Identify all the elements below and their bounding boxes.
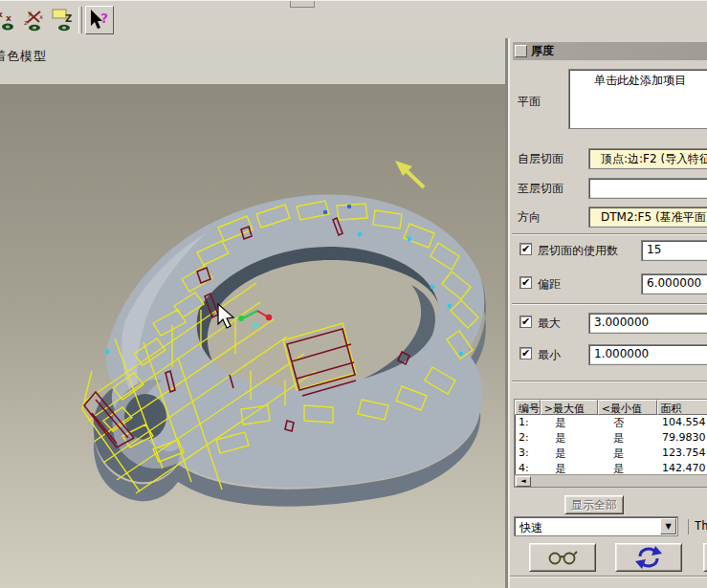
- to-slice-label: 至层切面: [518, 181, 563, 197]
- from-slice-label: 自层切面: [518, 151, 563, 167]
- dialog-titlebar[interactable]: 厚度: [513, 42, 707, 60]
- svg-text:z: z: [24, 19, 28, 27]
- preview-button[interactable]: [529, 543, 596, 572]
- show-all-button[interactable]: 显示全部: [564, 495, 624, 514]
- app-window: x x y x z Z: [0, 0, 707, 588]
- toolbar-grip[interactable]: [78, 7, 82, 33]
- divider: [512, 233, 707, 235]
- svg-text:x: x: [39, 13, 43, 21]
- plane-label: 平面: [518, 94, 541, 110]
- divider: [512, 381, 707, 382]
- table-horizontal-scrollbar[interactable]: ◄: [515, 474, 707, 487]
- plane-listbox[interactable]: 单击此处添加项目: [568, 69, 707, 129]
- chevron-down-icon[interactable]: ▼: [660, 518, 676, 534]
- repaint-button[interactable]: [615, 543, 682, 572]
- model-scene: [0, 84, 508, 588]
- offset-checkbox[interactable]: ✔: [519, 276, 532, 289]
- dialog-icon: [515, 45, 527, 57]
- table-row[interactable]: 3: 是 是 123.754: [515, 446, 707, 461]
- thickness-dialog: 厚度 平面 单击此处添加项目 自层切面 顶点:边:F2 (导入特征 至层切面 方…: [508, 38, 707, 588]
- toolbar: x x y x z Z: [0, 0, 707, 38]
- results-table[interactable]: 编号 >最大值 <最小值 面积 1: 是 否 104.554 2: 是 是 79…: [514, 399, 707, 488]
- direction-arrow: [395, 161, 424, 187]
- svg-text:?: ?: [100, 11, 108, 26]
- speed-dropdown[interactable]: 快速 ▼: [514, 516, 678, 536]
- datum-points-display-button[interactable]: x x: [0, 6, 21, 34]
- offset-field[interactable]: 6.000000: [641, 273, 707, 294]
- from-slice-field[interactable]: 顶点:边:F2 (导入特征: [588, 148, 707, 169]
- window-fragment: [290, 1, 315, 8]
- offset-label: 偏距: [538, 276, 561, 293]
- datum-csys-icon: y x z: [22, 8, 47, 33]
- dialog-bottom-edge: [510, 576, 707, 577]
- graphics-viewport[interactable]: [0, 84, 508, 588]
- speed-dropdown-value: 快速: [519, 520, 542, 536]
- thickness-partial-label: Thi: [688, 519, 707, 534]
- context-help-button[interactable]: ?: [85, 6, 114, 34]
- glasses-icon: [546, 549, 579, 566]
- max-checkbox[interactable]: ✔: [519, 316, 532, 328]
- direction-field[interactable]: DTM2:F5 (基准平面): [588, 207, 707, 228]
- min-checkbox[interactable]: ✔: [519, 347, 532, 359]
- direction-label: 方向: [518, 209, 541, 226]
- col-header-area[interactable]: 面积: [657, 400, 707, 415]
- svg-text:x: x: [0, 10, 3, 19]
- table-row[interactable]: 2: 是 是 79.9830: [515, 430, 707, 446]
- help-cursor-icon: ?: [87, 8, 112, 33]
- refresh-arrows-icon: [634, 545, 663, 570]
- svg-text:Z: Z: [65, 13, 72, 24]
- svg-text:x: x: [6, 13, 11, 23]
- min-field[interactable]: 1.000000: [588, 344, 707, 365]
- table-row[interactable]: 1: 是 否 104.554: [515, 415, 707, 430]
- table-header-row: 编号 >最大值 <最小值 面积: [515, 400, 707, 415]
- scroll-left-button[interactable]: ◄: [516, 476, 531, 487]
- datum-points-icon: x x: [0, 8, 20, 33]
- max-field[interactable]: 3.000000: [588, 313, 707, 334]
- min-label: 最小: [538, 347, 561, 363]
- max-label: 最大: [538, 316, 561, 332]
- slice-count-label: 层切面的使用数: [538, 243, 618, 259]
- datum-plane-icon: Z: [51, 8, 76, 33]
- divider: [512, 303, 707, 305]
- display-mode-label: 着色模型: [0, 48, 47, 65]
- col-header-min[interactable]: <最小值: [598, 400, 657, 415]
- col-header-max[interactable]: >最大值: [541, 400, 598, 415]
- col-header-number[interactable]: 编号: [515, 400, 541, 415]
- close-button-partial[interactable]: [703, 543, 707, 572]
- dialog-title: 厚度: [531, 43, 554, 59]
- datum-plane-display-button[interactable]: Z: [50, 6, 77, 34]
- slice-count-checkbox[interactable]: ✔: [519, 243, 532, 255]
- slice-count-field[interactable]: 15: [641, 240, 707, 261]
- datum-csys-display-button[interactable]: y x z: [21, 6, 48, 34]
- to-slice-field[interactable]: [588, 178, 707, 199]
